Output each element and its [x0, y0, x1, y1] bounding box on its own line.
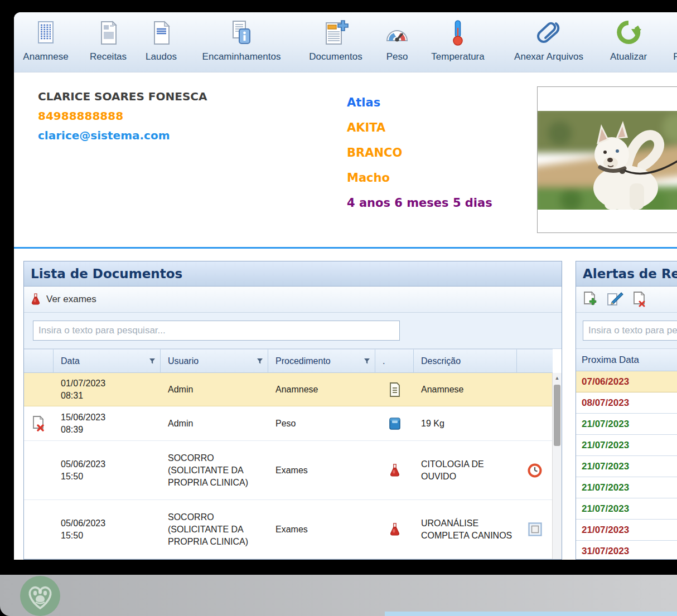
dog-photo-illustration [538, 111, 677, 210]
cell-data: 15/06/2023 08:39 [54, 406, 161, 440]
toolbar-label: Temperatura [431, 51, 484, 62]
footer-divider-bar [0, 560, 677, 575]
toolbar-button-laudos[interactable]: Laudos [136, 17, 186, 62]
prescription-document-icon [96, 17, 120, 49]
toolbar-button-anexar-arquivos[interactable]: Anexar Arquivos [501, 17, 596, 62]
toolbar-label: Laudos [146, 51, 177, 62]
owner-name: CLARICE SOARES FONESCA [38, 87, 207, 106]
table-row[interactable]: 05/06/2023 15:50 SOCORRO (SOLICITANTE DA… [24, 500, 562, 559]
toolbar-button-atualizar[interactable]: Atualizar [598, 17, 659, 62]
cell-data: 05/06/2023 15:50 [54, 441, 161, 499]
documents-panel-title: Lista de Documentos [24, 261, 562, 287]
toolbar-button-encaminhamentos[interactable]: Encaminhamentos [188, 17, 294, 62]
add-document-icon[interactable] [583, 291, 598, 308]
pet-info: Atlas AKITA BRANCO Macho 4 anos 6 meses … [347, 90, 492, 216]
delete-document-icon[interactable] [32, 415, 46, 432]
owner-info: CLARICE SOARES FONESCA 84988888888 clari… [38, 87, 207, 145]
alert-row[interactable]: 21/07/2023 [576, 498, 677, 520]
header-cell-descricao[interactable]: Descrição [414, 349, 517, 373]
gauge-icon [384, 17, 410, 49]
header-cell-empty [24, 349, 54, 373]
edit-document-icon[interactable] [607, 292, 623, 307]
toolbar-button-ficha[interactable]: Ficha [663, 17, 677, 62]
footer-bar [0, 575, 677, 616]
cell-data: 05/06/2023 15:50 [54, 500, 161, 559]
toolbar-button-anamnese[interactable]: Anamnese [15, 17, 76, 62]
cell-usuario: SOCORRO (SOLICITANTE DA PROPRIA CLINICA) [161, 500, 268, 559]
alerts-search-input[interactable] [583, 321, 677, 341]
top-toolbar: Anamnese Receitas Laudos Encaminhamentos [14, 12, 677, 72]
section-divider [14, 247, 677, 249]
filter-icon[interactable] [364, 358, 370, 365]
alert-row[interactable]: 21/07/2023 [576, 477, 677, 498]
pet-sex: Macho [347, 166, 492, 191]
header-cell-dot[interactable]: . [375, 349, 414, 373]
toolbar-button-receitas[interactable]: Receitas [80, 17, 136, 62]
cell-descricao: Anamnese [414, 373, 517, 406]
cell-procedimento: Exames [268, 441, 375, 499]
alert-row[interactable]: 08/07/2023 [576, 392, 677, 414]
alert-row[interactable]: 07/06/2023 [576, 371, 677, 392]
cell-usuario: Admin [161, 373, 268, 406]
header-cell-empty [517, 349, 553, 373]
app-window: Anamnese Receitas Laudos Encaminhamentos [0, 0, 677, 616]
document-icon [388, 382, 402, 397]
cell-descricao: 19 Kg [414, 406, 517, 440]
ver-exames-button[interactable]: Ver exames [31, 293, 96, 305]
alert-row[interactable]: 21/07/2023 [576, 520, 677, 541]
delete-document-icon[interactable] [632, 291, 647, 308]
owner-email[interactable]: clarice@sistema.com [38, 126, 207, 145]
alert-row[interactable]: 21/07/2023 [576, 456, 677, 477]
referral-info-icon [229, 17, 254, 49]
vertical-scrollbar[interactable]: ▲ [552, 373, 562, 559]
clock-icon[interactable] [527, 463, 543, 478]
scroll-up-arrow[interactable]: ▲ [553, 373, 562, 382]
alerts-panel: Alertas de Retorno Proxima Data 07/06/20… [576, 261, 677, 560]
toolbar-label: Ficha [673, 51, 677, 62]
documents-panel: Lista de Documentos Ver exames Data Usua… [23, 261, 562, 560]
add-document-icon [323, 17, 349, 49]
documents-toolbar: Ver exames [24, 287, 562, 313]
scale-icon [388, 416, 402, 431]
flask-icon [389, 463, 400, 478]
scrollbar-thumb[interactable] [554, 385, 560, 446]
clinic-logo-paw-heart-icon [20, 576, 60, 616]
ver-exames-label: Ver exames [46, 294, 96, 305]
header-cell-procedimento[interactable]: Procedimento [268, 349, 375, 373]
toolbar-label: Peso [386, 51, 408, 62]
cell-descricao: UROANÁLISE COMPLETA CANINOS [414, 500, 517, 559]
pet-breed: AKITA [347, 115, 492, 140]
pet-coat: BRANCO [347, 140, 492, 166]
table-row[interactable]: 01/07/2023 08:31 Admin Anamnese Anamnese [24, 373, 562, 406]
alerts-toolbar [576, 287, 677, 313]
toolbar-button-documentos[interactable]: Documentos [302, 17, 369, 62]
refresh-icon [615, 17, 642, 49]
table-row[interactable]: 05/06/2023 15:50 SOCORRO (SOLICITANTE DA… [24, 441, 562, 500]
filter-icon[interactable] [149, 358, 156, 365]
alert-row[interactable]: 31/07/2023 [576, 541, 677, 560]
cell-data: 01/07/2023 08:31 [54, 373, 161, 406]
toolbar-button-peso[interactable]: Peso [378, 17, 417, 62]
taskbar-strip [385, 612, 677, 616]
pet-photo [537, 86, 677, 233]
paperclip-icon [533, 17, 564, 49]
owner-phone: 84988888888 [38, 106, 207, 126]
checkbox-icon[interactable] [528, 522, 542, 536]
cell-procedimento: Peso [268, 406, 375, 440]
cell-usuario: SOCORRO (SOLICITANTE DA PROPRIA CLINICA) [161, 441, 268, 499]
filter-icon[interactable] [257, 358, 263, 365]
pet-age: 4 anos 6 meses 5 dias [347, 191, 492, 216]
header-cell-data[interactable]: Data [54, 349, 161, 373]
header-cell-usuario[interactable]: Usuario [161, 349, 268, 373]
toolbar-button-temperatura[interactable]: Temperatura [422, 17, 494, 62]
flask-icon [389, 522, 400, 537]
alert-row[interactable]: 21/07/2023 [576, 435, 677, 456]
cell-usuario: Admin [161, 406, 268, 440]
alert-row[interactable]: 21/07/2023 [576, 414, 677, 435]
documents-search-input[interactable] [33, 321, 400, 341]
table-row[interactable]: 15/06/2023 08:39 Admin Peso 19 Kg [24, 406, 562, 441]
alerts-panel-title: Alertas de Retorno [576, 261, 677, 287]
alerts-column-header[interactable]: Proxima Data [576, 349, 677, 371]
toolbar-label: Anexar Arquivos [514, 51, 583, 62]
cell-procedimento: Exames [268, 500, 375, 559]
